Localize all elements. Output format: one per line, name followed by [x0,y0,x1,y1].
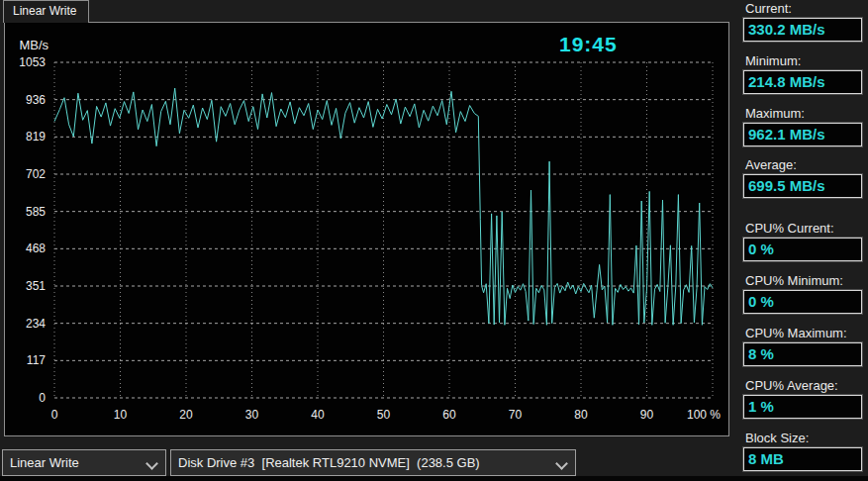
stat-cpu-maximum: CPU% Maximum: 8 % [743,326,862,366]
svg-text:585: 585 [26,205,46,219]
footer-bar: Linear Write Disk Drive #3 [Realtek RTL9… [0,441,868,481]
tab-linear-write[interactable]: Linear Write [3,0,89,23]
svg-text:30: 30 [245,408,259,422]
svg-text:40: 40 [311,408,325,422]
svg-text:50: 50 [377,408,391,422]
stat-minimum: Minimum: 214.8 MB/s [743,53,862,94]
stat-label: CPU% Current: [745,221,862,235]
disk-drive-dropdown[interactable]: Disk Drive #3 [Realtek RTL9210 NVME] (23… [170,449,576,476]
svg-text:10: 10 [114,408,128,422]
disk-drive-value: Disk Drive #3 [Realtek RTL9210 NVME] (23… [178,450,480,475]
svg-text:819: 819 [26,130,46,144]
svg-text:60: 60 [442,408,456,422]
benchmark-window: Linear Write 011723435146858570281993610… [0,0,868,481]
svg-text:234: 234 [26,317,46,331]
stat-label: CPU% Average: [745,378,862,392]
stat-maximum: Maximum: 962.1 MB/s [743,106,862,146]
svg-text:351: 351 [26,279,46,293]
elapsed-time: 19:45 [559,33,618,56]
speed-chart-svg: 01172343514685857028199361053MB/s0102030… [5,23,728,435]
stat-value: 962.1 MB/s [744,124,861,143]
svg-text:117: 117 [27,353,46,367]
stat-label: Minimum: [745,53,862,67]
svg-text:90: 90 [640,408,654,422]
stat-cpu-average: CPU% Average: 1 % [743,378,862,419]
stat-value: 1 % [744,396,861,415]
stat-current: Current: 330.2 MB/s [743,1,862,42]
stat-value-box: 214.8 MB/s [743,70,862,94]
stat-label: CPU% Maximum: [745,326,862,339]
svg-text:468: 468 [26,241,46,255]
svg-text:0: 0 [51,408,58,422]
svg-text:100 %: 100 % [687,408,721,422]
test-type-dropdown[interactable]: Linear Write [2,449,166,476]
stat-average: Average: 699.5 MB/s [743,157,862,198]
tab-label: Linear Write [13,4,76,18]
bottom-strip [0,476,868,481]
stat-value: 330.2 MB/s [744,19,861,38]
stat-value-box: 330.2 MB/s [743,18,862,42]
stat-label: Current: [745,1,862,15]
svg-text:MB/s: MB/s [19,38,48,52]
stat-value: 214.8 MB/s [744,71,861,90]
stats-panel: Current: 330.2 MB/s Minimum: 214.8 MB/s … [737,0,868,481]
svg-text:1053: 1053 [19,55,46,69]
stat-value: 0 % [744,291,861,310]
stat-value-box: 0 % [743,290,862,314]
chevron-down-icon [145,457,158,470]
stat-cpu-current: CPU% Current: 0 % [743,221,862,261]
speed-chart-panel: 01172343514685857028199361053MB/s0102030… [4,22,729,436]
svg-text:70: 70 [509,408,523,422]
stat-value: 0 % [744,239,861,257]
stat-value-box: 1 % [743,395,862,419]
stat-value-box: 699.5 MB/s [743,174,862,198]
stat-label: Maximum: [745,106,862,120]
svg-text:702: 702 [26,167,46,181]
test-type-value: Linear Write [10,450,79,475]
stat-label: CPU% Minimum: [745,273,862,287]
svg-text:936: 936 [26,93,46,107]
svg-text:20: 20 [179,408,193,422]
stat-value-box: 962.1 MB/s [743,123,862,146]
chevron-down-icon [555,457,568,470]
stat-label: Average: [745,157,862,171]
svg-text:80: 80 [574,408,588,422]
stat-value-box: 8 % [743,342,862,366]
stat-value: 8 % [744,343,861,362]
stat-value: 699.5 MB/s [744,175,861,194]
svg-text:0: 0 [39,391,46,405]
stat-cpu-minimum: CPU% Minimum: 0 % [743,273,862,314]
stat-value-box: 0 % [743,238,862,261]
